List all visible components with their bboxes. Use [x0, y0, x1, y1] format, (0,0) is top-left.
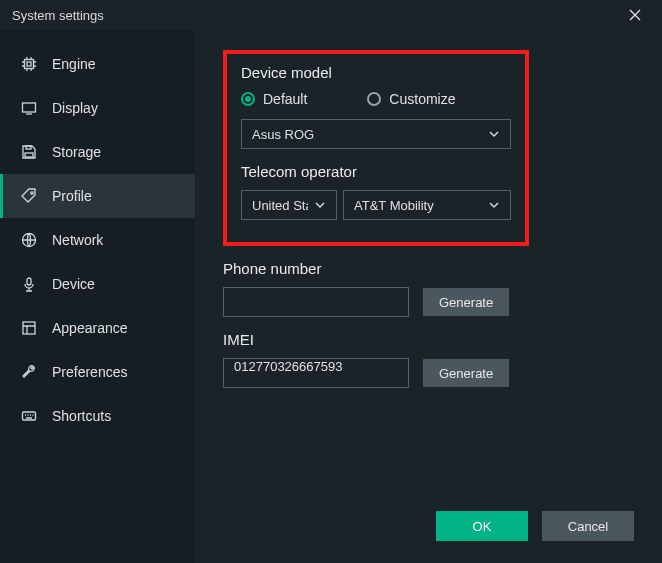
sidebar-item-label: Storage — [52, 144, 101, 160]
highlighted-area: Device model Default Customize Asus ROG — [223, 50, 529, 246]
select-value: United States — [252, 198, 308, 213]
close-icon — [629, 9, 641, 21]
imei-heading: IMEI — [223, 331, 634, 348]
telecom-section: Telecom operator United States AT&T Mobi… — [241, 163, 511, 220]
sidebar-item-label: Engine — [52, 56, 96, 72]
footer-buttons: OK Cancel — [436, 511, 634, 541]
svg-point-5 — [31, 192, 33, 194]
sidebar-item-display[interactable]: Display — [0, 86, 195, 130]
chevron-down-icon — [314, 199, 326, 211]
sidebar-item-profile[interactable]: Profile — [0, 174, 195, 218]
telecom-select-row: United States AT&T Mobility — [241, 190, 511, 220]
radio-dot-icon — [241, 92, 255, 106]
svg-rect-8 — [23, 322, 35, 334]
input-value: 012770326667593 — [234, 359, 342, 374]
sidebar-item-network[interactable]: Network — [0, 218, 195, 262]
svg-rect-3 — [25, 153, 33, 157]
device-model-radio-group: Default Customize — [241, 91, 511, 107]
sidebar-item-label: Display — [52, 100, 98, 116]
imei-section: IMEI 012770326667593 Generate — [223, 331, 634, 388]
chevron-down-icon — [488, 199, 500, 211]
svg-rect-0 — [25, 60, 34, 69]
phone-section: Phone number Generate — [223, 260, 634, 317]
svg-rect-2 — [23, 103, 36, 112]
phone-heading: Phone number — [223, 260, 634, 277]
device-model-section: Device model Default Customize Asus ROG — [241, 64, 511, 149]
sidebar-item-label: Shortcuts — [52, 408, 111, 424]
sidebar-item-storage[interactable]: Storage — [0, 130, 195, 174]
ok-button[interactable]: OK — [436, 511, 528, 541]
phone-input[interactable] — [223, 287, 409, 317]
window-body: Engine Display Storage Profile — [0, 30, 662, 563]
select-value: AT&T Mobility — [354, 198, 434, 213]
window-title: System settings — [12, 8, 104, 23]
mic-icon — [20, 275, 38, 293]
device-model-select[interactable]: Asus ROG — [241, 119, 511, 149]
select-value: Asus ROG — [252, 127, 314, 142]
radio-default[interactable]: Default — [241, 91, 307, 107]
radio-customize[interactable]: Customize — [367, 91, 455, 107]
chevron-down-icon — [488, 128, 500, 140]
svg-rect-7 — [27, 278, 31, 285]
telecom-heading: Telecom operator — [241, 163, 511, 180]
radio-label: Customize — [389, 91, 455, 107]
layout-icon — [20, 319, 38, 337]
sidebar-item-engine[interactable]: Engine — [0, 42, 195, 86]
sidebar-item-label: Profile — [52, 188, 92, 204]
sidebar-item-label: Appearance — [52, 320, 128, 336]
radio-label: Default — [263, 91, 307, 107]
device-model-heading: Device model — [241, 64, 511, 81]
radio-dot-icon — [367, 92, 381, 106]
display-icon — [20, 99, 38, 117]
sidebar-item-label: Preferences — [52, 364, 127, 380]
sidebar-item-appearance[interactable]: Appearance — [0, 306, 195, 350]
globe-icon — [20, 231, 38, 249]
svg-rect-4 — [26, 146, 31, 149]
generate-imei-button[interactable]: Generate — [423, 359, 509, 387]
imei-input[interactable]: 012770326667593 — [223, 358, 409, 388]
cpu-icon — [20, 55, 38, 73]
close-button[interactable] — [620, 0, 650, 30]
save-icon — [20, 143, 38, 161]
svg-rect-1 — [27, 62, 31, 66]
content-pane: Device model Default Customize Asus ROG — [195, 30, 662, 563]
titlebar: System settings — [0, 0, 662, 30]
operator-select[interactable]: AT&T Mobility — [343, 190, 511, 220]
country-select[interactable]: United States — [241, 190, 337, 220]
svg-rect-9 — [23, 412, 36, 420]
sidebar: Engine Display Storage Profile — [0, 30, 195, 563]
sidebar-item-device[interactable]: Device — [0, 262, 195, 306]
settings-window: System settings Engine Display — [0, 0, 662, 563]
wrench-icon — [20, 363, 38, 381]
sidebar-item-preferences[interactable]: Preferences — [0, 350, 195, 394]
sidebar-item-label: Device — [52, 276, 95, 292]
cancel-button[interactable]: Cancel — [542, 511, 634, 541]
tag-icon — [20, 187, 38, 205]
sidebar-item-shortcuts[interactable]: Shortcuts — [0, 394, 195, 438]
generate-phone-button[interactable]: Generate — [423, 288, 509, 316]
sidebar-item-label: Network — [52, 232, 103, 248]
keyboard-icon — [20, 407, 38, 425]
